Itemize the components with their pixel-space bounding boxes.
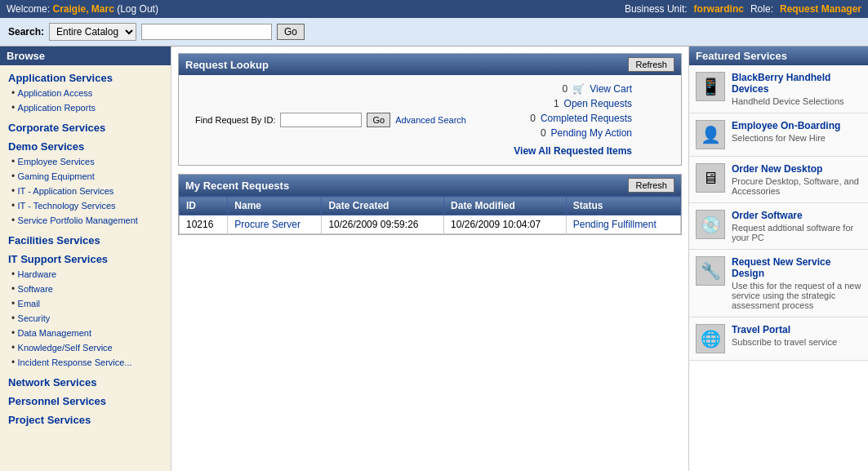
pending-action-link[interactable]: Pending My Action [551, 127, 632, 139]
list-item: Employee Services [11, 154, 162, 169]
col-status: Status [566, 197, 680, 215]
request-lookup-body: Find Request By ID: Go Advanced Search 0… [179, 75, 681, 165]
search-dropdown[interactable]: Entire Catalog [49, 23, 136, 41]
role-label: Role: [750, 3, 773, 15]
cart-icon [572, 83, 585, 95]
featured-services-panel: Featured Services 📱 BlackBerry Handheld … [688, 47, 868, 471]
featured-item-description: Request addtional software for your PC [732, 223, 861, 242]
search-go-button[interactable]: Go [277, 24, 305, 40]
recent-requests-thead: ID Name Date Created Date Modified Statu… [180, 197, 681, 215]
role-value: Request Manager [780, 3, 861, 15]
user-name: Craigie, Marc [52, 3, 114, 15]
featured-icon: 🌐 [696, 324, 725, 353]
request-lookup-header: Request Lookup Refresh [179, 54, 681, 75]
table-row: 10216 Procure Server 10/26/2009 09:59:26… [180, 215, 681, 234]
find-request-label: Find Request By ID: [195, 115, 275, 125]
sidebar-category-application-services[interactable]: Application Services [8, 72, 162, 84]
completed-requests-item: 0 Completed Requests [527, 113, 632, 124]
recent-requests-refresh-button[interactable]: Refresh [628, 178, 674, 193]
find-request-input[interactable] [280, 113, 362, 127]
list-item: Data Management [11, 326, 162, 340]
sidebar-item-it-app-services[interactable]: IT - Application Services [18, 186, 114, 196]
open-requests-link[interactable]: Open Requests [564, 98, 632, 109]
featured-item-link[interactable]: Request New Service Design [732, 256, 830, 279]
sidebar-category-network[interactable]: Network Services [8, 376, 162, 388]
featured-icon: 💿 [696, 210, 725, 239]
featured-item-link[interactable]: Employee On-Boarding [732, 120, 840, 131]
sidebar-item-knowledge[interactable]: Knowledge/Self Service [18, 343, 113, 353]
recent-requests-title: My Recent Requests [185, 180, 289, 192]
list-item: Email [11, 296, 162, 311]
featured-text: BlackBerry Handheld Devices Handheld Dev… [732, 72, 861, 106]
featured-item[interactable]: 🖥 Order New Desktop Procure Desktop, Sof… [689, 157, 868, 203]
col-id: ID [180, 197, 228, 215]
sidebar-item-service-portfolio[interactable]: Service Portfolio Management [18, 215, 138, 225]
list-item: Software [11, 282, 162, 296]
sidebar-item-email[interactable]: Email [18, 299, 41, 309]
featured-item-link[interactable]: Order Software [732, 210, 803, 221]
cell-name: Procure Server [228, 215, 322, 234]
featured-icon: 📱 [696, 72, 725, 101]
featured-item[interactable]: 🔧 Request New Service Design Use this fo… [689, 250, 868, 317]
featured-text: Travel Portal Subscribe to travel servic… [732, 324, 837, 347]
recent-requests-table: ID Name Date Created Date Modified Statu… [179, 196, 681, 234]
search-input[interactable] [141, 24, 272, 40]
view-all-link[interactable]: View All Requested Items [514, 145, 632, 157]
sidebar-item-it-tech-services[interactable]: IT - Technology Services [18, 201, 116, 211]
col-date-modified: Date Modified [444, 197, 567, 215]
featured-item[interactable]: 👤 Employee On-Boarding Selections for Ne… [689, 113, 868, 157]
list-item: IT - Technology Services [11, 198, 162, 213]
list-item: Service Portfolio Management [11, 213, 162, 228]
sidebar-item-gaming-equipment[interactable]: Gaming Equipment [18, 171, 95, 181]
request-lookup-refresh-button[interactable]: Refresh [628, 57, 674, 72]
search-label: Search: [8, 26, 44, 38]
cell-date-modified: 10/26/2009 10:04:07 [444, 215, 567, 234]
featured-item-link[interactable]: BlackBerry Handheld Devices [732, 72, 830, 95]
find-request-go-button[interactable]: Go [367, 113, 390, 127]
business-unit-section: Business Unit: forwardinc Role: Request … [625, 3, 861, 15]
featured-item[interactable]: 💿 Order Software Request addtional softw… [689, 203, 868, 250]
sidebar-item-application-reports[interactable]: Application Reports [18, 103, 96, 113]
request-lookup-panel: Request Lookup Refresh Find Request By I… [178, 53, 682, 166]
list-item: Knowledge/Self Service [11, 340, 162, 355]
main-layout: Browse Application Services Application … [0, 47, 868, 471]
sidebar-category-project[interactable]: Project Services [8, 414, 162, 426]
sidebar-category-facilities[interactable]: Facilities Services [8, 234, 162, 246]
logout-link[interactable]: (Log Out) [117, 3, 158, 15]
sidebar-category-it-support[interactable]: IT Support Services [8, 253, 162, 265]
recent-requests-header: My Recent Requests Refresh [179, 175, 681, 196]
sidebar-category-demo-services[interactable]: Demo Services [8, 140, 162, 153]
cell-status: Pending Fulfillment [566, 215, 680, 234]
featured-services-title: Featured Services [689, 47, 868, 65]
sidebar-title: Browse [0, 47, 171, 65]
featured-item[interactable]: 🌐 Travel Portal Subscribe to travel serv… [689, 317, 868, 361]
col-name: Name [228, 197, 322, 215]
open-requests-item: 1 Open Requests [551, 98, 632, 109]
view-cart-item: 0 View Cart [559, 83, 632, 95]
list-item: Security [11, 311, 162, 326]
featured-icon: 🖥 [696, 163, 725, 193]
featured-items-container: 📱 BlackBerry Handheld Devices Handheld D… [689, 65, 868, 361]
sidebar-item-software[interactable]: Software [18, 284, 53, 294]
sidebar-item-application-access[interactable]: Application Access [18, 88, 93, 98]
featured-item-link[interactable]: Order New Desktop [732, 163, 822, 175]
sidebar-category-personnel[interactable]: Personnel Services [8, 395, 162, 407]
sidebar-item-data-management[interactable]: Data Management [18, 328, 92, 338]
recent-requests-body: ID Name Date Created Date Modified Statu… [179, 196, 681, 234]
list-item: Incident Response Service... [11, 355, 162, 370]
completed-requests-link[interactable]: Completed Requests [541, 113, 632, 124]
content-area: Request Lookup Refresh Find Request By I… [171, 47, 688, 471]
pending-action-item: 0 Pending My Action [538, 127, 632, 139]
sidebar-item-employee-services[interactable]: Employee Services [18, 157, 95, 166]
recent-requests-tbody: 10216 Procure Server 10/26/2009 09:59:26… [180, 215, 681, 234]
featured-item-link[interactable]: Travel Portal [732, 324, 790, 335]
sidebar-item-incident-response[interactable]: Incident Response Service... [18, 357, 132, 367]
sidebar-item-hardware[interactable]: Hardware [18, 269, 57, 279]
advanced-search-link[interactable]: Advanced Search [395, 115, 466, 125]
featured-item[interactable]: 📱 BlackBerry Handheld Devices Handheld D… [689, 65, 868, 113]
view-cart-link[interactable]: View Cart [590, 83, 632, 95]
sidebar-item-security[interactable]: Security [18, 313, 51, 323]
sidebar-category-corporate-services[interactable]: Corporate Services [8, 122, 162, 134]
featured-item-description: Procure Desktop, Software, and Accessori… [732, 176, 861, 196]
request-name-link[interactable]: Procure Server [234, 219, 300, 230]
